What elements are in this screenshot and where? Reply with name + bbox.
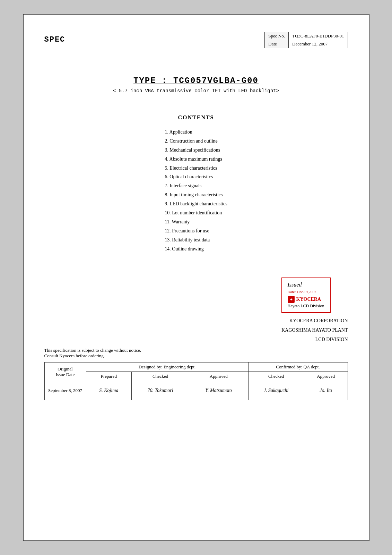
date-cell: September 8, 2007: [44, 381, 86, 400]
company-line2: KAGOSHIMA HAYATO PLANT: [44, 326, 348, 335]
approval-table: Original Issue Date Designed by: Enginee…: [44, 362, 348, 400]
issued-date-label: Date:: [288, 290, 296, 294]
list-item: 13. Reliability test data: [165, 236, 227, 245]
list-item: 9. LED backlight characteristics: [165, 199, 227, 208]
list-item: 11. Warranty: [165, 217, 227, 227]
list-item: 7. Interface signals: [165, 181, 227, 190]
issued-title: Issued: [288, 282, 324, 288]
hayato-division: Hayato LCD Division: [288, 304, 324, 309]
list-item: 4. Absolute maximum ratings: [165, 155, 227, 164]
company-line3: LCD DIVISION: [44, 335, 348, 344]
document-page: SPEC Spec No. TQ3C-8EAF0-E1DDP30-01 Date…: [23, 14, 369, 541]
sig-checked2: J. Sakaguchi: [248, 381, 304, 400]
sig-approved2: Jo. Ito: [304, 381, 348, 400]
approved-header2: Approved: [304, 372, 348, 381]
list-item: 10. Lot number identification: [165, 208, 227, 217]
list-item: 12. Precautions for use: [165, 227, 227, 236]
list-item: 8. Input timing characteristics: [165, 190, 227, 199]
signature-row: September 8, 2007 S. Kojima 70. Tokumori…: [44, 381, 348, 400]
notice-line1: This specification is subject to change …: [44, 348, 348, 353]
spec-no-value: TQ3C-8EAF0-E1DDP30-01: [289, 32, 348, 40]
company-info: KYOCERA CORPORATION KAGOSHIMA HAYATO PLA…: [44, 316, 348, 344]
prepared-header: Prepared: [86, 372, 132, 381]
sig-prepared: S. Kojima: [86, 381, 132, 400]
notice-text: This specification is subject to change …: [44, 348, 348, 359]
list-item: 1. Application: [165, 128, 227, 137]
subtitle: < 5.7 inch VGA transmissive color TFT wi…: [44, 88, 348, 94]
checked-header2: Checked: [248, 372, 304, 381]
origin-header: Original Issue Date: [44, 362, 86, 381]
spec-no-label: Spec No.: [265, 32, 289, 40]
date-label: Date: [265, 40, 289, 48]
list-item: 3. Mechanical specifications: [165, 146, 227, 155]
title-section: TYPE : TCG057VGLBA-G00 < 5.7 inch VGA tr…: [44, 76, 348, 94]
issued-date-value: Dec.19,2007: [297, 290, 316, 294]
issued-box: Issued Date: Dec.19,2007 ✦ KYOCERA Hayat…: [281, 278, 331, 313]
sig-checked1: 70. Tokumori: [132, 381, 189, 400]
issued-company-area: Issued Date: Dec.19,2007 ✦ KYOCERA Hayat…: [44, 253, 348, 313]
qa-header: Confirmed by: QA dept.: [248, 362, 348, 372]
contents-section: CONTENTS 1. Application2. Construction a…: [44, 114, 348, 253]
spec-info-table: Spec No. TQ3C-8EAF0-E1DDP30-01 Date Dece…: [264, 32, 348, 48]
notice-line2: Consult Kyocera before ordering.: [44, 353, 348, 359]
header-area: SPEC Spec No. TQ3C-8EAF0-E1DDP30-01 Date…: [44, 32, 348, 48]
main-title: TYPE : TCG057VGLBA-G00: [44, 76, 348, 85]
spec-label: SPEC: [44, 35, 66, 44]
approved-header1: Approved: [189, 372, 248, 381]
company-line1: KYOCERA CORPORATION: [44, 316, 348, 326]
issued-date: Date: Dec.19,2007: [288, 289, 324, 294]
list-item: 14. Outline drawing: [165, 245, 227, 254]
kyocera-name: KYOCERA: [296, 297, 321, 302]
list-item: 6. Optical characteristics: [165, 172, 227, 181]
contents-list: 1. Application2. Construction and outlin…: [165, 128, 227, 253]
kyocera-logo: ✦ KYOCERA: [288, 296, 324, 303]
contents-heading: CONTENTS: [44, 114, 348, 121]
engineering-header: Designed by: Engineering dept.: [86, 362, 248, 372]
list-item: 5. Electrical characteristics: [165, 164, 227, 173]
list-item: 2. Construction and outline: [165, 137, 227, 146]
checked-header1: Checked: [132, 372, 189, 381]
issued-float: Issued Date: Dec.19,2007 ✦ KYOCERA Hayat…: [281, 264, 341, 313]
date-value: December 12, 2007: [289, 40, 348, 48]
kyocera-icon: ✦: [288, 296, 295, 303]
sig-approved1: Y. Matsumoto: [189, 381, 248, 400]
